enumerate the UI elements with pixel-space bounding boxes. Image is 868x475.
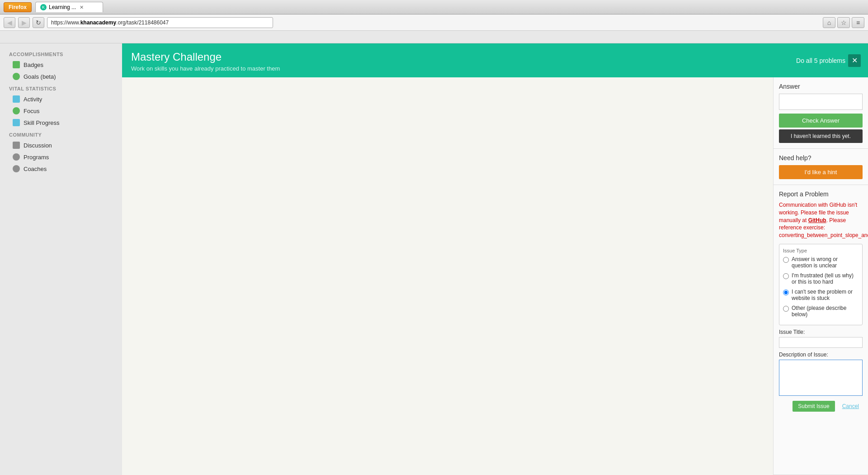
badges-label: Badges (24, 62, 43, 68)
mastery-challenge-title: Mastery Challenge (131, 51, 859, 63)
vital-stats-section-title: VITAL STATISTICS (0, 82, 122, 93)
hint-button[interactable]: I'd like a hint (779, 165, 863, 179)
sidebar-item-badges[interactable]: Badges (0, 59, 122, 71)
bookmarks-button[interactable]: ☆ (837, 17, 850, 28)
forward-button[interactable]: ▶ (18, 17, 30, 28)
activity-icon (13, 95, 20, 103)
issue-type-label: Issue Type (783, 248, 859, 253)
reload-button[interactable]: ↻ (33, 17, 44, 28)
desc-label: Description of Issue: (779, 352, 863, 358)
exercise-area (122, 77, 773, 475)
issue-title-label: Issue Title: (779, 329, 863, 335)
coaches-label: Coaches (24, 166, 47, 172)
not-learned-button[interactable]: I haven't learned this yet. (779, 129, 863, 143)
community-section-title: COMMUNITY (0, 128, 122, 139)
sidebar: ACCOMPLISHMENTS Badges Goals (beta) VITA… (0, 43, 122, 475)
discussion-icon (13, 142, 20, 149)
focus-icon (13, 107, 20, 114)
firefox-menu-button[interactable]: Firefox (4, 2, 32, 12)
address-bar[interactable]: https://www.khanacademy.org/task/2118486… (47, 17, 273, 28)
nav-icons: ⌂ ☆ ≡ (823, 17, 864, 28)
goals-label: Goals (beta) (24, 73, 56, 80)
radio-option-1[interactable]: Answer is wrong or question is unclear (783, 256, 859, 269)
issue-type-box: Issue Type Answer is wrong or question i… (779, 244, 863, 325)
accomplishments-section-title: ACCOMPLISHMENTS (0, 48, 122, 59)
radio-frustrated[interactable] (783, 273, 789, 279)
radio-wrong-answer[interactable] (783, 257, 789, 263)
browser-tab[interactable]: K Learning ... ✕ (35, 2, 103, 12)
programs-label: Programs (24, 154, 49, 161)
mastery-close-button[interactable]: ✕ (848, 54, 861, 67)
help-title: Need help? (779, 154, 863, 162)
badges-icon (13, 61, 20, 68)
sidebar-item-focus[interactable]: Focus (0, 105, 122, 117)
radio-3-label: I can't see the problem or website is st… (792, 289, 859, 301)
answer-title: Answer (779, 83, 863, 90)
discussion-label: Discussion (24, 142, 52, 149)
right-panel: Answer Check Answer I haven't learned th… (773, 77, 868, 475)
menu-button[interactable]: ≡ (852, 17, 864, 28)
sidebar-item-goals[interactable]: Goals (beta) (0, 71, 122, 82)
radio-cant-see[interactable] (783, 290, 789, 295)
description-textarea[interactable] (779, 360, 863, 396)
sidebar-item-programs[interactable]: Programs (0, 151, 122, 163)
github-link[interactable]: GitHub (808, 217, 826, 223)
mastery-challenge-header: Mastery Challenge Work on skills you hav… (122, 43, 868, 77)
activity-label: Activity (24, 96, 42, 103)
exercise-layout: Answer Check Answer I haven't learned th… (122, 77, 868, 475)
radio-1-label: Answer is wrong or question is unclear (792, 256, 859, 269)
radio-option-2[interactable]: I'm frustrated (tell us why) or this is … (783, 272, 859, 285)
content-area: Mastery Challenge Work on skills you hav… (122, 43, 868, 475)
sidebar-item-skill-progress[interactable]: Skill Progress (0, 117, 122, 128)
browser-titlebar: Firefox K Learning ... ✕ (0, 0, 868, 14)
check-answer-button[interactable]: Check Answer (779, 114, 863, 128)
help-section: Need help? I'd like a hint (774, 149, 868, 185)
skill-progress-label: Skill Progress (24, 119, 59, 126)
radio-option-4[interactable]: Other (please describe below) (783, 305, 859, 318)
submit-issue-button[interactable]: Submit Issue (793, 401, 835, 412)
answer-section: Answer Check Answer I haven't learned th… (774, 77, 868, 149)
back-button[interactable]: ◀ (4, 17, 15, 28)
report-footer: Submit Issue Cancel (779, 401, 863, 412)
sidebar-item-coaches[interactable]: Coaches (0, 163, 122, 175)
report-title: Report a Problem (779, 190, 863, 198)
tab-close-button[interactable]: ✕ (80, 5, 84, 10)
url-domain: khanacademy (80, 19, 116, 26)
focus-label: Focus (24, 108, 39, 114)
issue-title-input[interactable] (779, 337, 863, 348)
cancel-button[interactable]: Cancel (839, 401, 863, 412)
url-prefix: https://www. (51, 19, 80, 26)
radio-other[interactable] (783, 306, 789, 312)
main-layout: ACCOMPLISHMENTS Badges Goals (beta) VITA… (0, 43, 868, 475)
sidebar-item-discussion[interactable]: Discussion (0, 139, 122, 151)
home-button[interactable]: ⌂ (823, 17, 835, 28)
radio-2-label: I'm frustrated (tell us why) or this is … (792, 272, 859, 285)
coaches-icon (13, 165, 20, 172)
toolbar-row (0, 31, 868, 43)
sidebar-item-activity[interactable]: Activity (0, 93, 122, 105)
goals-icon (13, 73, 20, 80)
programs-icon (13, 153, 20, 161)
report-error-message: Communication with GitHub isn't working.… (779, 201, 863, 239)
tab-title: Learning ... (49, 4, 76, 10)
url-path: .org/task/2118486047 (116, 19, 169, 26)
mastery-challenge-subtitle: Work on skills you have already practice… (131, 65, 859, 72)
radio-option-3[interactable]: I can't see the problem or website is st… (783, 289, 859, 301)
radio-4-label: Other (please describe below) (792, 305, 859, 318)
report-section: Report a Problem Communication with GitH… (774, 185, 868, 475)
answer-input[interactable] (779, 94, 863, 110)
skill-progress-icon (13, 119, 20, 126)
do-all-problems[interactable]: Do all 5 problems (796, 57, 845, 64)
tab-favicon: K (40, 4, 47, 10)
browser-nav: ◀ ▶ ↻ https://www.khanacademy.org/task/2… (0, 14, 868, 31)
